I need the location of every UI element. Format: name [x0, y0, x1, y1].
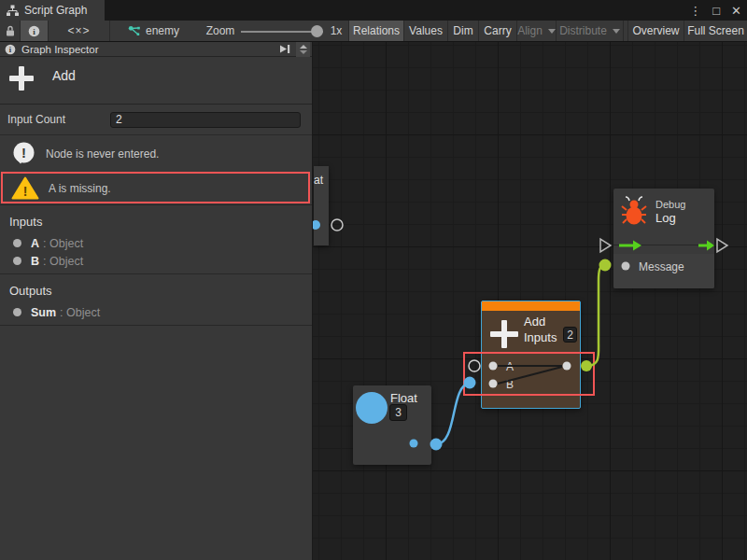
input-count-row: Input Count [0, 105, 312, 134]
inputs-heading: Inputs [0, 211, 312, 234]
tab-script-graph[interactable]: Script Graph [0, 0, 105, 21]
unity-script-graph-window: Script Graph ⋮ □ ✕ i <×> enemy [0, 0, 747, 560]
float-node[interactable]: Float 3 [353, 385, 431, 465]
add-node-plus-icon [9, 66, 34, 91]
toolbar-button-values[interactable]: Values [404, 21, 448, 41]
graph-hierarchy-icon [7, 5, 19, 17]
toolbar-button-overview[interactable]: Overview [627, 21, 684, 41]
zoom-slider-handle[interactable] [311, 25, 323, 37]
menu-icon[interactable]: ⋮ [689, 4, 701, 18]
input-port-row-a: A : Object [0, 234, 312, 252]
svg-text:!: ! [23, 184, 28, 199]
spinner-down-icon [300, 50, 307, 54]
zoom-value: 1x [326, 21, 346, 41]
close-icon[interactable]: ✕ [731, 4, 741, 18]
toolbar-button-align[interactable]: Align [517, 21, 557, 41]
dock-panel-icon[interactable] [278, 43, 291, 55]
toolbar-button-carry[interactable]: Carry [479, 21, 517, 41]
graph-name-label: enemy [146, 24, 179, 37]
flow-port-empty-right[interactable] [717, 239, 727, 252]
toolbar-button-fullscreen[interactable]: Full Screen [684, 21, 747, 41]
warning-triangle-icon: ! [11, 176, 39, 200]
code-brackets-icon: <×> [67, 24, 90, 37]
inspector-toggle-button[interactable]: i [21, 21, 49, 41]
warning-text: Node is never entered. [46, 147, 159, 161]
selected-node-title: Add [52, 66, 76, 83]
toolbar-button-relations[interactable]: Relations [348, 21, 404, 41]
graph-reference[interactable]: enemy [128, 21, 179, 41]
graph-inspector-panel: i Graph Inspector Add Input Count ! Node… [0, 42, 313, 560]
selection-header-bar [482, 301, 580, 311]
port-label-a: A [506, 360, 514, 373]
message-edge-endpoint[interactable] [599, 259, 612, 272]
error-highlight-border [1, 172, 310, 203]
node-section-divider [613, 245, 714, 245]
float-edge-endpoint[interactable] [430, 439, 443, 451]
window-controls: ⋮ □ ✕ [689, 0, 741, 21]
zoom-label: Zoom [204, 21, 237, 41]
inspector-header: i Graph Inspector [0, 42, 312, 57]
input-port-row-b: B : Object [0, 252, 312, 270]
graph-toolbar: i <×> enemy Zoom 1x Relations Values Dim… [0, 21, 747, 42]
port-b-edge-endpoint[interactable] [464, 377, 476, 389]
float-node-title: Float [390, 391, 417, 405]
graph-asset-icon [128, 25, 141, 37]
graph-canvas[interactable]: at Float 3 Add Inputs 2 A B [313, 42, 747, 560]
toolbar-button-distribute[interactable]: Distribute [557, 21, 624, 41]
debug-node-title: Debug [655, 199, 685, 210]
partial-node-title: at [314, 174, 323, 187]
info-icon: i [28, 25, 40, 37]
debug-log-node[interactable]: Debug Log Message [613, 189, 714, 288]
add-input-count-badge[interactable]: 2 [563, 327, 577, 343]
bug-icon [621, 195, 647, 227]
add-plus-icon [490, 320, 518, 348]
toolbar-button-dim[interactable]: Dim [448, 21, 479, 41]
input-count-label: Input Count [7, 113, 65, 126]
edge-sum-to-message[interactable] [586, 265, 605, 366]
message-port-label: Message [639, 260, 684, 273]
lock-button[interactable] [0, 21, 21, 41]
empty-endpoint-circle[interactable] [331, 219, 343, 231]
lock-icon [5, 25, 16, 37]
input-count-field[interactable] [110, 112, 301, 128]
add-node-selected[interactable]: Add Inputs 2 A B [481, 301, 581, 409]
code-view-button[interactable]: <×> [49, 21, 110, 41]
spinner-up-icon [300, 45, 307, 49]
tab-title: Script Graph [24, 4, 87, 17]
chevron-down-icon [548, 29, 556, 34]
warning-text: A is missing. [49, 182, 111, 195]
float-value-field[interactable]: 3 [389, 404, 407, 421]
port-dot-icon [13, 257, 21, 265]
svg-text:!: ! [21, 145, 26, 161]
partial-hidden-node[interactable]: at [314, 166, 329, 245]
outputs-section: Outputs Sum : Object [0, 274, 312, 325]
sum-output-endpoint[interactable] [581, 360, 592, 371]
maximize-icon[interactable]: □ [712, 4, 720, 18]
inspector-title: Graph Inspector [21, 44, 98, 55]
port-label-b: B [506, 378, 514, 391]
info-icon: i [5, 44, 16, 55]
output-port-row-sum: Sum : Object [0, 303, 312, 321]
info-bubble-icon: ! [11, 141, 36, 166]
warning-node-never-entered: ! Node is never entered. [0, 134, 312, 172]
panel-spinner[interactable] [296, 42, 310, 57]
inputs-section: Inputs A : Object B : Object [0, 205, 312, 273]
tab-bar: Script Graph ⋮ □ ✕ [0, 0, 747, 21]
port-dot-icon [13, 239, 21, 247]
selected-node-summary: Add [0, 57, 312, 105]
warning-a-is-missing: ! A is missing. [0, 172, 312, 204]
divider [0, 325, 312, 326]
port-dot-icon [13, 308, 21, 316]
edge-float-to-b[interactable] [436, 383, 470, 444]
add-node-title: Add [524, 315, 545, 329]
flow-port-empty-left[interactable] [600, 239, 611, 252]
float-type-icon [356, 392, 388, 424]
add-node-subtitle: Inputs [524, 330, 557, 344]
port-a-empty-endpoint[interactable] [469, 360, 480, 371]
chevron-down-icon [613, 29, 620, 34]
debug-node-subtitle: Log [655, 211, 676, 225]
outputs-heading: Outputs [0, 280, 312, 303]
